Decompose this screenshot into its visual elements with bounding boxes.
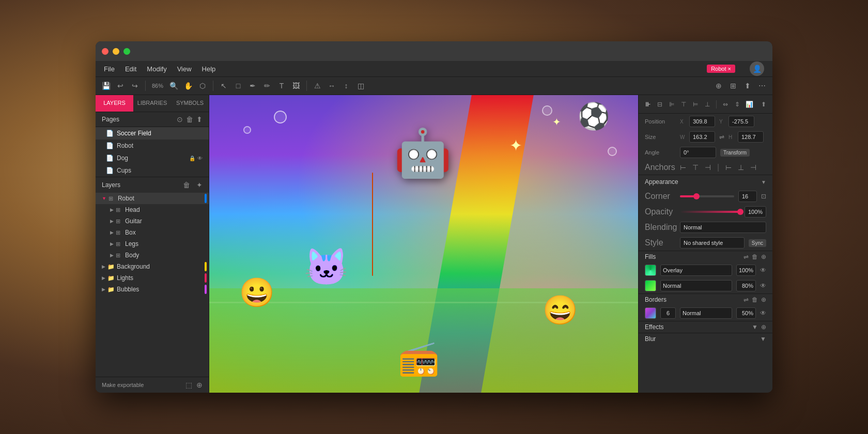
dist-h-icon[interactable]: ⇔ (721, 99, 731, 110)
text-icon[interactable]: T (275, 80, 288, 92)
opacity-slider[interactable] (680, 211, 740, 213)
anchor-bc[interactable]: ⊥ (736, 162, 746, 173)
fill-opacity-2[interactable] (736, 280, 756, 291)
arrange-icon[interactable]: ◫ (354, 80, 367, 92)
layer-bubbles[interactable]: ▶ 📁 Bubbles (96, 284, 209, 295)
layers-delete[interactable]: 🗑 (183, 181, 190, 189)
blending-select[interactable]: Normal Multiply Screen Overlay (680, 222, 766, 233)
fill-swatch-2[interactable] (645, 280, 656, 291)
anchor-tl[interactable]: ⊢ (678, 162, 688, 173)
fill-blend-1[interactable]: Overlay Normal Multiply (660, 265, 732, 276)
page-dog[interactable]: 📄 Dog 🔒 👁 (96, 152, 209, 164)
fill-opacity-1[interactable] (736, 265, 756, 276)
anchor-tr[interactable]: ⊣ (703, 162, 713, 173)
border-eye-1[interactable]: 👁 (760, 309, 766, 317)
page-robot[interactable]: 📄 Robot (96, 140, 209, 152)
anchor-br[interactable]: ⊣ (748, 162, 758, 173)
tab-libraries[interactable]: LIBRARIES (133, 95, 171, 112)
more-icon[interactable]: ⋯ (756, 80, 768, 92)
redo-icon[interactable]: ↪ (129, 80, 141, 92)
border-size-input[interactable] (660, 307, 676, 319)
menu-help[interactable]: Help (202, 65, 216, 73)
zoom-icon[interactable]: 🔍 (167, 80, 180, 92)
undo-icon[interactable]: ↩ (114, 80, 127, 92)
lock-ratio-icon[interactable]: ⇌ (719, 133, 724, 141)
w-input[interactable] (689, 131, 715, 143)
select-icon[interactable]: ↖ (218, 80, 230, 92)
flip-h-icon[interactable]: ↔ (326, 80, 338, 92)
blur-header[interactable]: Blur ▼ (639, 333, 772, 345)
border-swatch-1[interactable] (645, 307, 656, 319)
fills-sync-icon[interactable]: ⇌ (743, 253, 749, 260)
angle-input[interactable] (680, 147, 716, 158)
user-avatar[interactable]: 👤 (750, 61, 764, 76)
layer-robot[interactable]: ▼ ⊞ Robot (96, 193, 209, 204)
border-blend-1[interactable]: Normal Inside Outside (680, 307, 732, 319)
page-soccer-field[interactable]: 📄 Soccer Field (96, 127, 209, 140)
tab-symbols[interactable]: SYMBOLS (171, 95, 209, 112)
pages-toggle[interactable]: ⊙ (177, 115, 183, 123)
y-input[interactable] (729, 116, 754, 127)
move-icon[interactable]: ✋ (182, 80, 194, 92)
pages-delete[interactable]: 🗑 (186, 115, 193, 123)
cursor-icon[interactable]: ⬡ (196, 80, 209, 92)
fill-eye-2[interactable]: 👁 (760, 282, 766, 289)
layers-add[interactable]: ✦ (196, 181, 203, 189)
align-middle-icon[interactable]: ⊨ (690, 99, 700, 110)
menu-modify[interactable]: Modify (147, 65, 166, 73)
pages-add[interactable]: ⬆ (196, 115, 203, 123)
sync-button[interactable]: Sync (749, 239, 766, 247)
x-input[interactable] (689, 116, 715, 127)
export-slice-icon[interactable]: ⬚ (185, 381, 192, 389)
borders-delete-icon[interactable]: 🗑 (752, 296, 758, 303)
layer-legs[interactable]: ▶ ⊞ Legs (96, 238, 209, 250)
align-top-icon[interactable]: ⊤ (678, 99, 688, 110)
effects-header[interactable]: Effects ▼ ⊕ (639, 321, 772, 333)
align-center-icon[interactable]: ⊟ (655, 99, 664, 110)
menu-edit[interactable]: Edit (125, 65, 136, 73)
export-add-icon[interactable]: ⊕ (196, 381, 203, 389)
align-bottom-icon[interactable]: ⊥ (702, 99, 712, 110)
save-icon[interactable]: 💾 (100, 80, 112, 92)
page-cups[interactable]: 📄 Cups (96, 164, 209, 177)
image-icon[interactable]: 🖼 (290, 80, 302, 92)
layer-box[interactable]: ▶ ⊞ Box (96, 227, 209, 238)
fills-delete-icon[interactable]: 🗑 (752, 253, 758, 260)
tab-layers[interactable]: LAYERS (96, 95, 133, 112)
flip-v-icon[interactable]: ↕ (340, 80, 352, 92)
pencil-icon[interactable]: ✏ (261, 80, 273, 92)
pen-icon[interactable]: ✒ (246, 80, 259, 92)
effects-add-icon[interactable]: ⊕ (761, 323, 766, 331)
layer-background[interactable]: ▶ 📁 Background (96, 261, 209, 272)
layer-head[interactable]: ▶ ⊞ Head (96, 204, 209, 215)
align-right-icon[interactable]: ⊫ (667, 99, 676, 110)
shape-icon[interactable]: □ (232, 80, 244, 92)
anchor-tc[interactable]: ⊤ (690, 162, 701, 173)
appearance-header[interactable]: Appearance ▼ (639, 175, 772, 189)
border-opacity-1[interactable] (736, 307, 756, 319)
borders-add-icon[interactable]: ⊕ (761, 296, 766, 303)
fill-swatch-1[interactable] (645, 265, 656, 276)
transform-button[interactable]: Transform (720, 149, 750, 157)
minimize-button[interactable] (113, 48, 119, 55)
grid-icon[interactable]: ⊞ (727, 80, 739, 92)
dist-v-icon[interactable]: ⇕ (733, 99, 742, 110)
style-select[interactable]: No shared style (680, 237, 745, 249)
component-icon[interactable]: ⊕ (712, 80, 725, 92)
align-left-icon[interactable]: ⊪ (643, 99, 653, 110)
rotate-icon[interactable]: ⚠ (311, 80, 323, 92)
layer-body[interactable]: ▶ ⊞ Body (96, 250, 209, 261)
fill-blend-2[interactable]: Normal Overlay Multiply (660, 280, 732, 291)
menu-file[interactable]: File (104, 65, 115, 73)
menu-view[interactable]: View (177, 65, 192, 73)
fills-add-icon[interactable]: ⊕ (761, 253, 766, 260)
export-icon[interactable]: ⬆ (741, 80, 754, 92)
layer-lights[interactable]: ▶ 📁 Lights (96, 272, 209, 284)
current-page-badge[interactable]: Robot × (707, 65, 735, 73)
h-input[interactable] (738, 131, 764, 143)
layer-guitar[interactable]: ▶ ⊞ Guitar (96, 215, 209, 227)
corner-slider[interactable] (680, 195, 734, 197)
bar-chart-icon[interactable]: 📊 (745, 99, 754, 110)
borders-sync-icon[interactable]: ⇌ (743, 296, 749, 303)
anchor-bl[interactable]: ⊢ (723, 162, 734, 173)
